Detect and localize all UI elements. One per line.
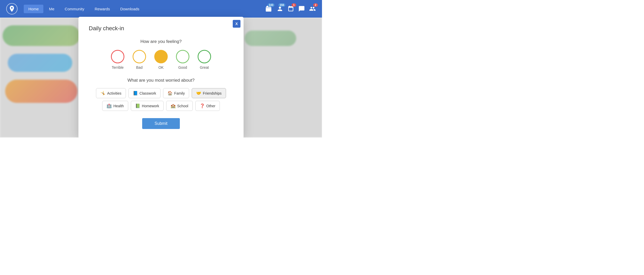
daily-checkin-modal: X Daily check-in How are you feeling? Te… [78,17,244,138]
classwork-icon: 📘 [133,91,138,96]
navbar: Home Me Community Rewards Downloads 143 … [0,0,322,18]
school-icon: 🏫 [171,103,176,108]
feeling-circle-bad [133,50,146,63]
calendar-button[interactable]: 1 [287,5,294,12]
nav-community[interactable]: Community [60,5,89,13]
user-button[interactable]: 156 [277,5,283,12]
nav-links: Home Me Community Rewards Downloads [24,5,266,13]
modal-container: X Daily check-in How are you feeling? Te… [0,18,322,138]
gift-badge: 143 [268,3,275,7]
health-icon: 🏥 [107,103,112,108]
worry-health[interactable]: 🏥 Health [102,101,128,111]
worry-other[interactable]: ❓ Other [195,101,220,111]
nav-me[interactable]: Me [44,5,59,13]
feeling-label-good: Good [178,65,187,70]
chat-button[interactable] [298,5,305,12]
feeling-circle-great [198,50,211,63]
worry-friendships[interactable]: 🤝 Friendships [192,88,226,98]
calendar-badge: 1 [292,3,296,7]
worry-school[interactable]: 🏫 School [166,101,193,111]
feeling-label-bad: Bad [136,65,143,70]
group-badge: 2 [313,3,318,7]
group-button[interactable]: 2 [309,5,316,12]
worry-question: What are you most worried about? [89,78,233,83]
feeling-terrible[interactable]: Terrible [111,50,124,70]
nav-home[interactable]: Home [24,5,43,13]
worry-activities[interactable]: 🤸 Activities [96,88,126,98]
feeling-label-great: Great [200,65,209,70]
submit-row: Submit [89,118,233,129]
other-icon: ❓ [200,103,205,108]
app-logo [6,3,18,14]
feeling-question: How are you feeling? [89,39,233,44]
homework-icon: 📗 [135,103,140,108]
friendships-label: Friendships [203,91,221,95]
classwork-label: Classwork [140,91,156,95]
feeling-great[interactable]: Great [198,50,211,70]
worry-family[interactable]: 🏠 Family [163,88,189,98]
modal-close-button[interactable]: X [233,20,240,28]
family-icon: 🏠 [167,91,173,96]
health-label: Health [113,104,124,108]
homework-label: Homework [142,104,159,108]
friendships-icon: 🤝 [196,91,201,96]
school-label: School [177,104,188,108]
feeling-good[interactable]: Good [176,50,189,70]
gift-button[interactable]: 143 [266,5,272,12]
feeling-circle-terrible [111,50,124,63]
feeling-bad[interactable]: Bad [133,50,146,70]
worry-classwork[interactable]: 📘 Classwork [128,88,161,98]
feeling-ok[interactable]: OK [154,50,168,70]
feelings-row: Terrible Bad OK Good Great [89,50,233,70]
family-label: Family [174,91,185,95]
worry-homework[interactable]: 📗 Homework [131,101,164,111]
logo-icon [8,5,15,12]
chat-icon [298,5,305,12]
activities-icon: 🤸 [100,91,106,96]
other-label: Other [206,104,215,108]
nav-icons: 143 156 1 2 [266,5,316,12]
submit-button[interactable]: Submit [142,118,180,129]
feeling-label-ok: OK [158,65,164,70]
activities-label: Activities [107,91,121,95]
modal-title: Daily check-in [89,25,233,32]
user-badge: 156 [278,3,285,7]
feeling-label-terrible: Terrible [112,65,124,70]
nav-downloads[interactable]: Downloads [116,5,144,13]
worry-tags: 🤸 Activities 📘 Classwork 🏠 Family 🤝 Frie… [89,88,233,111]
feeling-circle-good [176,50,189,63]
nav-rewards[interactable]: Rewards [90,5,115,13]
feeling-circle-ok [154,50,168,63]
